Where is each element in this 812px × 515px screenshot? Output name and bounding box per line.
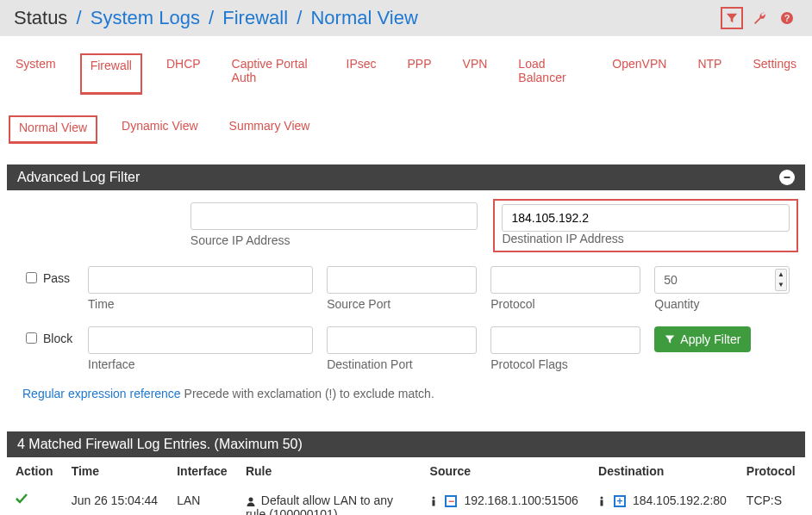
help-text: Precede with exclamation (!) to exclude …: [181, 387, 434, 400]
svg-text:?: ?: [784, 13, 790, 23]
dest-port-label: Destination Port: [327, 357, 477, 371]
cell-destination: 184.105.192.2:80: [633, 493, 727, 507]
tab-normal-view[interactable]: Normal View: [9, 115, 97, 144]
filter-panel-header: Advanced Log Filter: [7, 164, 805, 190]
col-source: Source: [422, 457, 590, 485]
breadcrumb-link-1[interactable]: System Logs: [91, 7, 200, 28]
info-icon[interactable]: [598, 496, 607, 506]
tab-settings[interactable]: Settings: [746, 53, 803, 95]
dest-ip-label: Destination IP Address: [502, 232, 623, 245]
block-ip-icon[interactable]: −: [445, 495, 457, 507]
log-table: Action Time Interface Rule Source Destin…: [7, 457, 805, 515]
dest-port-input[interactable]: [327, 326, 477, 354]
protocol-label: Protocol: [490, 297, 640, 311]
tab-captive-portal-auth[interactable]: Captive Portal Auth: [225, 53, 322, 95]
cell-time: Jun 26 15:04:44: [63, 485, 169, 515]
source-ip-input[interactable]: [191, 202, 478, 230]
cell-interface: LAN: [168, 485, 237, 515]
cell-source: 192.168.1.100:51506: [464, 493, 578, 507]
chevron-up-icon[interactable]: ▲: [776, 270, 786, 280]
svg-rect-6: [432, 500, 434, 506]
time-input[interactable]: [88, 266, 313, 294]
svg-point-4: [248, 498, 253, 502]
dest-ip-input[interactable]: [502, 204, 790, 232]
interface-label: Interface: [88, 357, 313, 371]
quantity-spinner[interactable]: ▲▼: [775, 269, 787, 291]
filter-icon: [665, 334, 675, 344]
svg-rect-3: [784, 177, 790, 178]
block-checkbox[interactable]: [26, 332, 37, 344]
user-icon: [246, 496, 256, 506]
breadcrumb-root: Status: [14, 7, 67, 28]
col-rule: Rule: [237, 457, 422, 485]
results-panel: 4 Matched Firewall Log Entries. (Maximum…: [7, 431, 805, 457]
svg-point-7: [601, 497, 603, 499]
pass-checkbox[interactable]: [26, 272, 37, 283]
tab-ppp[interactable]: PPP: [401, 53, 439, 95]
regex-help-link[interactable]: Regular expression reference: [22, 387, 181, 400]
protocol-flags-label: Protocol Flags: [490, 357, 640, 371]
breadcrumb-link-3[interactable]: Normal View: [310, 7, 417, 28]
results-panel-title: 4 Matched Firewall Log Entries. (Maximum…: [17, 437, 303, 452]
tab-summary-view[interactable]: Summary View: [222, 115, 317, 144]
tabs-level1: System Firewall DHCP Captive Portal Auth…: [0, 36, 812, 95]
col-destination: Destination: [590, 457, 738, 485]
protocol-flags-input[interactable]: [490, 326, 640, 354]
tab-dhcp[interactable]: DHCP: [159, 53, 208, 95]
tab-dynamic-view[interactable]: Dynamic View: [115, 115, 204, 144]
apply-filter-button[interactable]: Apply Filter: [654, 326, 751, 352]
filter-panel: Advanced Log Filter Source IP Address De…: [7, 164, 805, 411]
interface-input[interactable]: [88, 326, 313, 354]
source-ip-label: Source IP Address: [191, 233, 478, 247]
check-icon: [16, 493, 54, 504]
breadcrumb-link-2[interactable]: Firewall: [222, 7, 288, 28]
svg-rect-8: [601, 500, 603, 506]
tab-ntp[interactable]: NTP: [690, 53, 728, 95]
protocol-input[interactable]: [490, 266, 640, 294]
col-interface: Interface: [168, 457, 237, 485]
time-label: Time: [88, 297, 313, 311]
cell-protocol: TCP:S: [738, 485, 805, 515]
tab-openvpn[interactable]: OpenVPN: [605, 53, 673, 95]
source-port-input[interactable]: [327, 266, 477, 294]
chevron-down-icon[interactable]: ▼: [776, 280, 786, 290]
header-bar: Status / System Logs / Firewall / Normal…: [0, 0, 812, 36]
tabs-level2: Normal View Dynamic View Summary View: [0, 95, 812, 144]
col-protocol: Protocol: [738, 457, 805, 485]
help-icon[interactable]: ?: [776, 7, 798, 29]
col-action: Action: [7, 457, 63, 485]
cell-rule: Default allow LAN to any rule (100000101…: [246, 493, 393, 515]
dest-ip-highlight: Destination IP Address: [493, 199, 798, 252]
settings-wrench-icon[interactable]: [748, 7, 771, 29]
tab-ipsec[interactable]: IPsec: [340, 53, 384, 95]
filter-icon[interactable]: [721, 7, 743, 29]
quantity-label: Quantity: [654, 297, 790, 311]
breadcrumb: Status / System Logs / Firewall / Normal…: [14, 7, 418, 29]
collapse-icon[interactable]: [779, 170, 795, 185]
tab-system[interactable]: System: [9, 53, 63, 95]
help-line: Regular expression reference Precede wit…: [22, 387, 790, 400]
pass-checkbox-label[interactable]: Pass: [22, 270, 70, 286]
col-time: Time: [63, 457, 169, 485]
tab-firewall[interactable]: Firewall: [80, 53, 142, 95]
quantity-input[interactable]: [654, 266, 790, 294]
tab-vpn[interactable]: VPN: [456, 53, 495, 95]
svg-point-5: [432, 497, 434, 499]
source-port-label: Source Port: [327, 297, 477, 311]
tab-load-balancer[interactable]: Load Balancer: [511, 53, 588, 95]
results-panel-header: 4 Matched Firewall Log Entries. (Maximum…: [7, 431, 805, 457]
info-icon[interactable]: [430, 496, 439, 506]
filter-panel-title: Advanced Log Filter: [17, 170, 140, 185]
resolve-ip-icon[interactable]: +: [614, 495, 626, 507]
block-checkbox-label[interactable]: Block: [22, 330, 72, 346]
table-row: Jun 26 15:04:44 LAN Default allow LAN to…: [7, 485, 805, 515]
